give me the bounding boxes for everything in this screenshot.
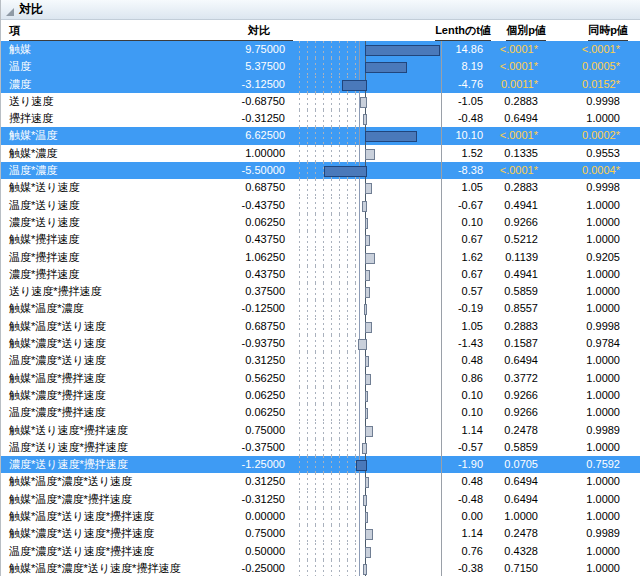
- individual-p-value: 0.6494: [483, 473, 538, 490]
- table-row[interactable]: 送り速度-0.68750-1.050.28830.9998: [1, 93, 640, 110]
- contrast-bar-cell: [293, 370, 443, 387]
- table-row[interactable]: 触媒*濃度1.000001.520.13350.9553: [1, 145, 640, 162]
- lenth-t-value: 1.05: [443, 318, 483, 335]
- table-row[interactable]: 触媒*送り速度0.687501.050.28830.9998: [1, 179, 640, 196]
- contrast-value: 1.06250: [225, 249, 285, 266]
- simultaneous-p-value: 0.7592: [538, 456, 620, 473]
- individual-p-value: 0.2883: [483, 179, 538, 196]
- table-row[interactable]: 温度*濃度*攪拌速度0.062500.100.92661.0000: [1, 404, 640, 421]
- simultaneous-p-value: 1.0000: [538, 473, 620, 490]
- table-row[interactable]: 触媒9.7500014.86<.0001*<.0001*: [1, 41, 640, 58]
- table-row[interactable]: 触媒*濃度*送り速度*攪拌速度0.750001.140.24780.9989: [1, 525, 640, 542]
- contrast-value: 0.43750: [225, 266, 285, 283]
- term-label: 攪拌速度: [1, 110, 225, 127]
- lenth-t-value: -0.48: [443, 491, 483, 508]
- column-header-simultaneous-p: 同時p値: [546, 20, 628, 41]
- contrast-bar-cell: [293, 197, 443, 214]
- individual-p-value: 0.0011*: [483, 76, 538, 93]
- individual-p-value: 0.4941: [483, 266, 538, 283]
- contrast-bar: [365, 391, 368, 402]
- term-label: 触媒*温度*濃度: [1, 300, 225, 317]
- simultaneous-p-value: 1.0000: [538, 439, 620, 456]
- term-label: 触媒*濃度*送り速度: [1, 335, 225, 352]
- individual-p-value: 0.5212: [483, 231, 538, 248]
- lenth-t-value: 1.14: [443, 422, 483, 439]
- contrast-bar: [356, 460, 367, 471]
- term-label: 触媒*温度*送り速度: [1, 318, 225, 335]
- contrast-value: 0.06250: [225, 387, 285, 404]
- contrast-bar: [362, 443, 367, 454]
- contrast-bar: [365, 253, 375, 264]
- contrast-bar: [365, 356, 369, 367]
- table-row[interactable]: 温度*濃度*送り速度0.312500.480.64941.0000: [1, 352, 640, 369]
- contrast-bar: [365, 547, 371, 558]
- table-row[interactable]: 温度*送り速度-0.43750-0.670.49411.0000: [1, 197, 640, 214]
- table-row[interactable]: 触媒*送り速度*攪拌速度0.750001.140.24780.9989: [1, 422, 640, 439]
- contrast-bar: [365, 529, 373, 540]
- table-row[interactable]: 触媒*濃度*送り速度-0.93750-1.430.15870.9784: [1, 335, 640, 352]
- simultaneous-p-value: 0.9989: [538, 422, 620, 439]
- individual-p-value: <.0001*: [483, 41, 538, 58]
- table-row[interactable]: 温度*濃度-5.50000-8.38<.0001*0.0004*: [1, 162, 640, 179]
- table-row[interactable]: 濃度*送り速度*攪拌速度-1.25000-1.900.07050.7592: [1, 456, 640, 473]
- contrast-value: 1.00000: [225, 145, 285, 162]
- term-label: 触媒*温度*攪拌速度: [1, 370, 225, 387]
- table-row[interactable]: 触媒*温度*濃度-0.12500-0.190.85571.0000: [1, 300, 640, 317]
- contrast-value: 0.06250: [225, 404, 285, 421]
- contrast-value: 0.68750: [225, 318, 285, 335]
- term-label: 温度*送り速度: [1, 197, 225, 214]
- lenth-t-value: 1.62: [443, 249, 483, 266]
- individual-p-value: 0.9266: [483, 214, 538, 231]
- table-row[interactable]: 温度*濃度*送り速度*攪拌速度0.500000.760.43281.0000: [1, 543, 640, 560]
- simultaneous-p-value: 1.0000: [538, 352, 620, 369]
- table-row[interactable]: 触媒*温度*送り速度*攪拌速度0.000000.001.00001.0000: [1, 508, 640, 525]
- contrast-bar: [363, 495, 367, 506]
- contrast-value: -0.37500: [225, 439, 285, 456]
- lenth-t-value: 0.67: [443, 266, 483, 283]
- table-row[interactable]: 触媒*攪拌速度0.437500.670.52121.0000: [1, 231, 640, 248]
- panel-titlebar[interactable]: 対比: [1, 0, 640, 20]
- simultaneous-p-value: 0.9998: [538, 93, 620, 110]
- table-row[interactable]: 濃度-3.12500-4.760.0011*0.0152*: [1, 76, 640, 93]
- table-row[interactable]: 触媒*温度*濃度*送り速度*攪拌速度-0.25000-0.380.71501.0…: [1, 560, 640, 576]
- table-row[interactable]: 触媒*温度*攪拌速度0.562500.860.37721.0000: [1, 370, 640, 387]
- lenth-t-value: 0.76: [443, 543, 483, 560]
- lenth-t-value: 0.57: [443, 283, 483, 300]
- contrast-value: -0.68750: [225, 93, 285, 110]
- contrast-bar-cell: [293, 249, 443, 266]
- table-row[interactable]: 触媒*温度6.6250010.10<.0001*0.0002*: [1, 127, 640, 144]
- table-row[interactable]: 触媒*温度*濃度*送り速度0.312500.480.64941.0000: [1, 473, 640, 490]
- simultaneous-p-value: 0.9998: [538, 179, 620, 196]
- term-label: 送り速度*攪拌速度: [1, 283, 225, 300]
- table-row[interactable]: 攪拌速度-0.31250-0.480.64941.0000: [1, 110, 640, 127]
- table-row[interactable]: 送り速度*攪拌速度0.375000.570.58591.0000: [1, 283, 640, 300]
- contrast-bar: [360, 97, 367, 108]
- disclosure-triangle-icon[interactable]: [6, 8, 14, 16]
- lenth-t-value: -1.43: [443, 335, 483, 352]
- simultaneous-p-value: 1.0000: [538, 543, 620, 560]
- table-row[interactable]: 触媒*濃度*攪拌速度0.062500.100.92661.0000: [1, 387, 640, 404]
- lenth-t-value: -0.67: [443, 197, 483, 214]
- lenth-t-value: -8.38: [443, 162, 483, 179]
- individual-p-value: 0.1139: [483, 249, 538, 266]
- column-header-lenth-t-label: Lenthのt値: [435, 20, 491, 41]
- table-row[interactable]: 温度*送り速度*攪拌速度-0.37500-0.570.58591.0000: [1, 439, 640, 456]
- simultaneous-p-value: 0.9998: [538, 318, 620, 335]
- table-row[interactable]: 濃度*送り速度0.062500.100.92661.0000: [1, 214, 640, 231]
- contrast-bar: [364, 304, 367, 315]
- simultaneous-p-value: 1.0000: [538, 370, 620, 387]
- contrast-value: -5.50000: [225, 162, 285, 179]
- table-row[interactable]: 触媒*温度*送り速度0.687501.050.28830.9998: [1, 318, 640, 335]
- lenth-t-value: -0.19: [443, 300, 483, 317]
- table-row[interactable]: 温度5.375008.19<.0001*0.0005*: [1, 58, 640, 75]
- table-row[interactable]: 濃度*攪拌速度0.437500.670.49411.0000: [1, 266, 640, 283]
- contrast-bar-cell: [293, 162, 443, 179]
- contrast-value: 0.68750: [225, 179, 285, 196]
- table-row[interactable]: 温度*攪拌速度1.062501.620.11390.9205: [1, 249, 640, 266]
- table-row[interactable]: 触媒*温度*濃度*攪拌速度-0.31250-0.480.64941.0000: [1, 491, 640, 508]
- column-header-individual-p: 個別p値: [491, 20, 546, 41]
- individual-p-value: 0.3772: [483, 370, 538, 387]
- contrast-value: 9.75000: [225, 41, 285, 58]
- contrast-bar: [365, 131, 417, 142]
- individual-p-value: 0.5859: [483, 283, 538, 300]
